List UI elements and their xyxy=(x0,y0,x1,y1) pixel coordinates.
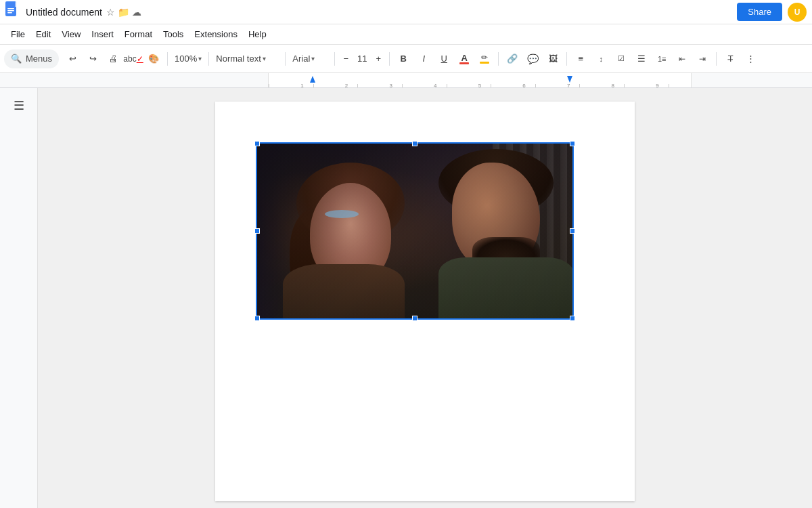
main-area: ☰ xyxy=(0,88,812,508)
share-button[interactable]: Share xyxy=(737,3,782,21)
zoom-select[interactable]: 100% ▾ xyxy=(172,52,204,65)
divider-1 xyxy=(167,52,168,66)
divider-8 xyxy=(716,52,717,66)
doc-title[interactable]: Untitled document xyxy=(26,7,102,18)
document-image[interactable] xyxy=(256,142,574,320)
menu-file[interactable]: File xyxy=(5,26,30,42)
star-icon[interactable]: ☆ xyxy=(106,7,115,18)
menu-bar: File Edit View Insert Format Tools Exten… xyxy=(0,24,812,45)
font-value: Arial xyxy=(292,54,310,64)
svg-rect-4 xyxy=(7,10,14,12)
font-chevron-icon: ▾ xyxy=(311,55,315,62)
bold-button[interactable]: B xyxy=(394,49,413,68)
style-value: Normal text xyxy=(216,54,261,64)
menu-view[interactable]: View xyxy=(56,26,86,42)
document-page[interactable] xyxy=(215,102,635,501)
font-select[interactable]: Arial ▾ xyxy=(290,52,330,65)
divider-4 xyxy=(334,52,335,66)
style-chevron-icon: ▾ xyxy=(263,55,266,62)
svg-rect-3 xyxy=(7,8,14,9)
divider-2 xyxy=(208,52,209,66)
numbered-list-button[interactable]: 1≡ xyxy=(652,49,671,68)
paint-format-button[interactable]: 🎨 xyxy=(144,49,163,68)
more-options-button[interactable]: ⋮ xyxy=(741,49,760,68)
title-bar: Untitled document ☆ 📁 ☁ Share U xyxy=(0,0,812,24)
canvas-area[interactable] xyxy=(38,88,812,508)
search-menus[interactable]: 🔍 Menus xyxy=(4,49,59,68)
divider-6 xyxy=(498,52,499,66)
menu-help[interactable]: Help xyxy=(243,26,272,42)
divider-5 xyxy=(389,52,390,66)
font-size-value[interactable]: 11 xyxy=(353,54,371,64)
zoom-value: 100% xyxy=(175,54,197,64)
comment-button[interactable]: 💬 xyxy=(523,49,542,68)
menu-edit[interactable]: Edit xyxy=(30,26,56,42)
outline-button[interactable]: ☰ xyxy=(7,93,31,118)
cloud-icon[interactable]: ☁ xyxy=(132,7,141,18)
style-select[interactable]: Normal text ▾ xyxy=(213,52,281,65)
sidebar: ☰ xyxy=(0,88,38,508)
menu-tools[interactable]: Tools xyxy=(158,26,189,42)
print-button[interactable]: 🖨 xyxy=(104,49,122,68)
highlight-button[interactable]: ✏ xyxy=(475,49,494,68)
spellcheck-button[interactable]: abc✓ xyxy=(124,49,143,68)
svg-rect-5 xyxy=(7,12,12,14)
indent-decrease-button[interactable]: ⇤ xyxy=(673,49,692,68)
align-button[interactable]: ≡ xyxy=(571,49,590,68)
outline-icon: ☰ xyxy=(14,98,24,113)
search-label: Menus xyxy=(26,54,52,64)
app-icon xyxy=(5,1,20,23)
menu-extensions[interactable]: Extensions xyxy=(189,26,243,42)
folder-icon[interactable]: 📁 xyxy=(118,7,129,18)
text-color-button[interactable]: A xyxy=(455,49,474,68)
undo-button[interactable]: ↩ xyxy=(63,49,82,68)
ruler: 1 2 3 4 5 6 7 8 9 xyxy=(0,73,812,88)
divider-7 xyxy=(566,52,567,66)
redo-button[interactable]: ↪ xyxy=(83,49,102,68)
bullet-list-button[interactable]: ☰ xyxy=(632,49,651,68)
document-image-container[interactable] xyxy=(256,142,574,320)
font-size-increase-button[interactable]: + xyxy=(371,49,385,68)
font-size-decrease-button[interactable]: − xyxy=(339,49,353,68)
menu-format[interactable]: Format xyxy=(119,26,158,42)
toolbar: 🔍 Menus ↩ ↪ 🖨 abc✓ 🎨 100% ▾ Normal text … xyxy=(0,45,812,73)
font-size-group: − 11 + xyxy=(339,49,385,68)
zoom-chevron-icon: ▾ xyxy=(198,55,202,62)
svg-marker-7 xyxy=(567,76,572,83)
menu-insert[interactable]: Insert xyxy=(86,26,119,42)
clear-formatting-button[interactable]: T̶ xyxy=(721,49,740,68)
indent-increase-button[interactable]: ⇥ xyxy=(693,49,712,68)
avatar[interactable]: U xyxy=(788,3,807,22)
underline-button[interactable]: U xyxy=(434,49,453,68)
line-spacing-button[interactable]: ↕ xyxy=(591,49,610,68)
divider-3 xyxy=(285,52,286,66)
checklist-button[interactable]: ☑ xyxy=(612,49,631,68)
image-button[interactable]: 🖼 xyxy=(543,49,562,68)
link-button[interactable]: 🔗 xyxy=(503,49,522,68)
search-icon: 🔍 xyxy=(11,54,22,64)
italic-button[interactable]: I xyxy=(414,49,433,68)
svg-marker-6 xyxy=(310,76,315,83)
